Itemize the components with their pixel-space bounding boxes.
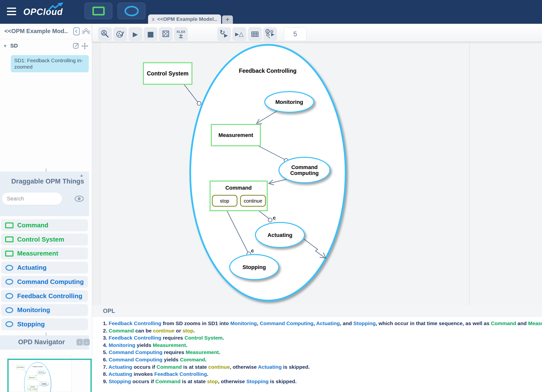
table-view-button[interactable] [248,27,262,41]
instrument-link[interactable] [183,83,198,102]
tab-label: <<OPM Example Model... [157,16,217,22]
opl-sentence[interactable]: 2. Command can be continue or stop. [103,327,542,334]
visibility-eye-icon[interactable] [74,195,84,202]
condition-circle [268,218,272,222]
draggable-item-feedback-controlling[interactable]: Feedback Controlling [1,290,88,302]
object-rect-icon [5,250,14,257]
opl-sentence[interactable]: 7. Actuating occurs if Command is at sta… [103,363,542,371]
draggable-item-actuating[interactable]: Actuating [1,262,88,274]
state-label: stop [220,198,229,204]
execution-settings-button[interactable]: ⚙ ⚙ ⚙ ▶ ▾ [263,27,277,41]
object-rect-icon [5,236,14,243]
move-opd-icon[interactable] [81,43,88,49]
draggable-item-label: Actuating [17,264,47,271]
run-validation-button[interactable]: ▶△ [232,27,246,41]
navigator-thumbnail[interactable] [9,356,72,392]
opl-sentence[interactable]: 9. Stopping occurs if Command is at stat… [103,378,542,385]
zoom-hierarchy-icon [101,30,109,38]
validate-model-button[interactable] [113,27,127,41]
opl-sentence[interactable]: 3. Feedback Controlling requires Control… [103,334,542,342]
draggable-item-measurement[interactable]: Measurement [1,247,88,259]
opd-navigator-header: OPD Navigator › ⌄ [0,335,89,350]
rectangle-icon [92,6,105,16]
zoom-hierarchy-button[interactable] [98,27,112,41]
new-object-button[interactable] [85,3,112,19]
draggable-item-label: Stopping [17,320,45,328]
stop-button[interactable]: ■ [144,27,157,41]
new-process-button[interactable] [118,3,145,19]
opl-sentence[interactable]: 6. Command Computing yields Command. [103,356,542,363]
node-label: Control System [147,70,189,77]
object-rect-icon [5,222,14,229]
search-input[interactable] [2,193,62,205]
navbar: OPCloud x <<OPM Example Model... + [0,0,542,24]
model-tab[interactable]: x <<OPM Example Model... [148,14,221,24]
tree-expander-icon[interactable]: ▼ [3,44,7,49]
sidebar-header: <<OPM Example Mod... [0,24,89,39]
collapse-panel-icon[interactable] [73,27,80,36]
sidebar: <<OPM Example Mod... ▼ SD SD1: Feedback … [0,24,92,392]
collaborators-icon[interactable] [82,28,90,35]
draggable-item-stopping[interactable]: Stopping [1,318,88,330]
table-icon [251,30,259,38]
diagram-page: Feedback Controlling c c [92,42,542,305]
tree-root-row[interactable]: ▼ SD [0,42,89,51]
draggable-item-command-computing[interactable]: Command Computing [1,276,88,288]
opl-title: OPL [103,307,115,314]
xlsx-export-icon: XLSX [176,30,185,38]
iterations-input[interactable] [284,27,306,41]
thumbnail-diagram [9,356,72,392]
navigator-collapse-icon[interactable]: ⌄ [83,339,90,345]
rerun-button[interactable]: ↻ ▶ [217,27,231,41]
menu-icon[interactable] [7,8,16,16]
edit-opd-icon[interactable] [73,43,79,49]
play-button[interactable]: ▶ [128,27,142,41]
draggable-item-label: Measurement [17,250,58,257]
random-run-button[interactable]: ⚄ [159,27,173,41]
draggable-item-label: Monitoring [17,306,50,314]
opl-sentence[interactable]: 4. Monitoring yields Measurement. [103,342,542,349]
draggable-things-panel: ▲ Draggable OPM Things [0,172,89,216]
draggable-item-control-system[interactable]: Control System [1,233,88,245]
rerun-icon: ↻ ▶ [219,29,229,39]
node-label: Command [225,185,252,191]
canvas-toolbar: ▶ ■ ⚄ XLSX ↻ ▶ ▶△ [92,24,542,42]
instrument-circle [197,101,201,105]
app-logo[interactable]: OPCloud [23,0,63,24]
new-tab-button[interactable]: + [222,15,233,24]
draggable-item-label: Command [17,221,48,229]
process-ellipse-icon [5,307,14,313]
play-icon: ▶ [133,31,138,37]
draggable-item-label: Control System [17,236,64,243]
draggable-things-title: Draggable OPM Things [11,178,84,185]
draggable-item-monitoring[interactable]: Monitoring [1,304,88,316]
run-validation-icon: ▶△ [235,31,243,37]
opm-diagram[interactable]: Feedback Controlling c c [92,42,542,305]
logo-arrow-icon [47,2,64,11]
opl-sentence[interactable]: 1. Feedback Controlling from SD zooms in… [103,320,542,327]
process-ellipse-icon [5,293,14,299]
tree-root-label: SD [10,43,18,49]
opl-sentence[interactable]: 8. Actuating invokes Feedback Controllin… [103,370,542,378]
draggable-item-label: Command Computing [17,278,84,286]
model-title: <<OPM Example Mod... [4,28,68,35]
state-label: continue [244,198,262,204]
opl-sentences: 1. Feedback Controlling from SD zooms in… [103,320,542,385]
stop-icon: ■ [147,30,154,38]
process-ellipse-icon [5,279,14,285]
collapse-section-icon[interactable]: ▲ [79,173,84,178]
dice-icon: ⚄ [162,30,169,38]
opl-header: OPL [92,305,542,317]
node-label: Computing [290,170,319,176]
draggable-item-command[interactable]: Command [1,219,88,231]
page-boundary [469,42,470,305]
opd-tree-item[interactable]: SD1: Feedback Controlling in-zoomed [11,55,89,72]
process-ellipse-icon [5,265,14,271]
navigator-next-icon[interactable]: › [76,339,83,345]
opl-sentence[interactable]: 5. Command Computing requires Measuremen… [103,349,542,356]
ellipse-icon [124,6,139,16]
canvas: ▶ ■ ⚄ XLSX ↻ ▶ ▶△ [92,24,542,305]
export-xlsx-button[interactable]: XLSX [174,27,188,41]
tab-close-icon[interactable]: x [152,16,154,22]
node-label: Command [291,164,318,170]
